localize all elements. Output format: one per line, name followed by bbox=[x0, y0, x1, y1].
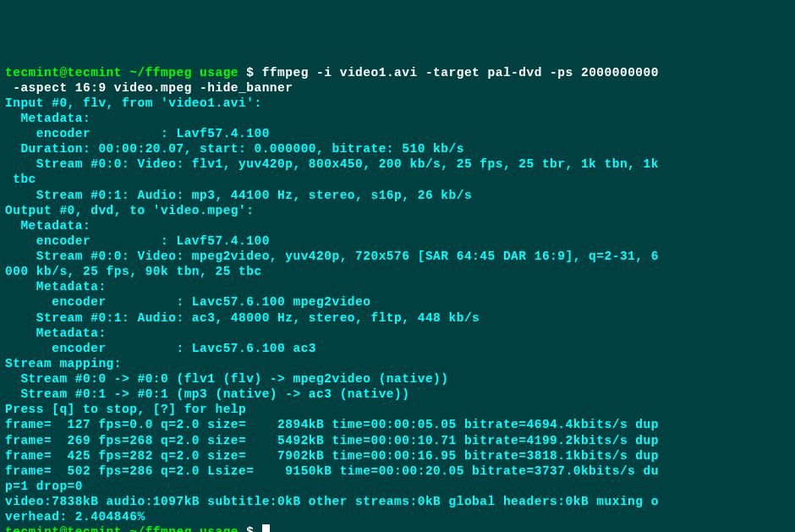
output-line: encoder : Lavf57.4.100 bbox=[5, 233, 790, 249]
prompt-dollar: $ bbox=[246, 525, 254, 532]
output-line: Metadata: bbox=[5, 279, 790, 294]
prompt-user-host: tecmint@tecmint bbox=[5, 525, 122, 532]
output-line: frame= 502 fps=286 q=2.0 Lsize= 9150kB t… bbox=[5, 463, 790, 479]
output-line: Stream mapping: bbox=[5, 356, 790, 371]
prompt-line-1[interactable]: tecmint@tecmint ~/ffmpeg usage $ ffmpeg … bbox=[5, 65, 790, 80]
prompt-dollar: $ bbox=[246, 66, 254, 80]
command-text-2: -aspect 16:9 video.mpeg -hide_banner bbox=[5, 80, 790, 96]
output-line: verhead: 2.404846% bbox=[5, 509, 790, 524]
output-line: Stream #0:1: Audio: mp3, 44100 Hz, stere… bbox=[5, 188, 790, 203]
output-line: tbc bbox=[5, 172, 790, 187]
output-line: 000 kb/s, 25 fps, 90k tbn, 25 tbc bbox=[5, 264, 790, 279]
output-line: Stream #0:0 -> #0:0 (flv1 (flv) -> mpeg2… bbox=[5, 371, 790, 387]
output-line: Metadata: bbox=[5, 326, 790, 341]
output-line: video:7838kB audio:1097kB subtitle:0kB o… bbox=[5, 494, 790, 509]
prompt-user-host: tecmint@tecmint bbox=[5, 66, 122, 80]
command-text-1: ffmpeg -i video1.avi -target pal-dvd -ps… bbox=[262, 66, 659, 80]
output-line: Press [q] to stop, [?] for help bbox=[5, 402, 790, 417]
output-line: Stream #0:0: Video: mpeg2video, yuv420p,… bbox=[5, 249, 790, 264]
output-line: Output #0, dvd, to 'video.mpeg': bbox=[5, 203, 790, 218]
output-line: encoder : Lavc57.6.100 mpeg2video bbox=[5, 294, 790, 310]
cursor-icon bbox=[262, 524, 270, 532]
output-line: Stream #0:1 -> #0:1 (mp3 (native) -> ac3… bbox=[5, 387, 790, 402]
output-line: encoder : Lavc57.6.100 ac3 bbox=[5, 341, 790, 356]
output-line: p=1 drop=0 bbox=[5, 479, 790, 494]
output-line: frame= 269 fps=268 q=2.0 size= 5492kB ti… bbox=[5, 433, 790, 448]
output-line: frame= 127 fps=0.0 q=2.0 size= 2894kB ti… bbox=[5, 417, 790, 432]
output-line: Input #0, flv, from 'video1.avi': bbox=[5, 96, 790, 111]
output-line: Stream #0:0: Video: flv1, yuv420p, 800x4… bbox=[5, 156, 790, 172]
output-line: encoder : Lavf57.4.100 bbox=[5, 126, 790, 141]
output-line: Duration: 00:00:20.07, start: 0.000000, … bbox=[5, 141, 790, 156]
output-line: frame= 425 fps=282 q=2.0 size= 7902kB ti… bbox=[5, 448, 790, 463]
prompt-path: ~/ffmpeg usage bbox=[129, 66, 238, 80]
prompt-path: ~/ffmpeg usage bbox=[129, 525, 238, 532]
prompt-line-2[interactable]: tecmint@tecmint ~/ffmpeg usage $ bbox=[5, 524, 790, 532]
output-line: Metadata: bbox=[5, 111, 790, 126]
output-line: Metadata: bbox=[5, 218, 790, 233]
output-line: Stream #0:1: Audio: ac3, 48000 Hz, stere… bbox=[5, 310, 790, 326]
